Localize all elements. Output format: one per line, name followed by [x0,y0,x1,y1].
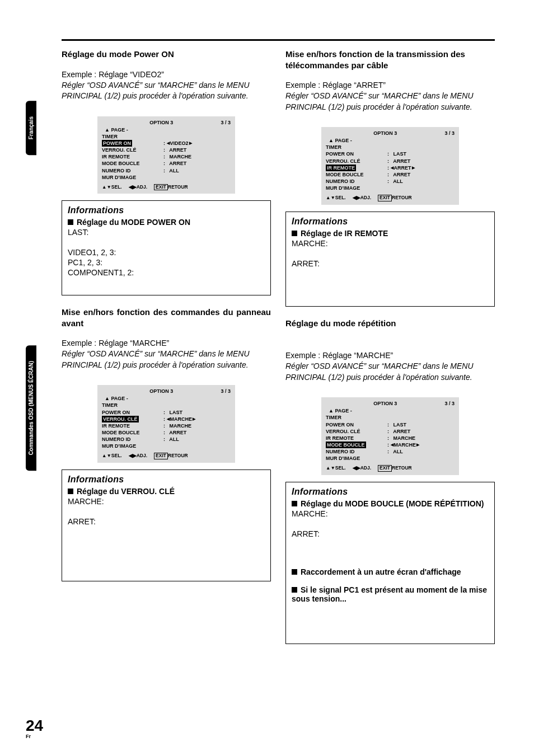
menu-foot-adj: ◀▶ADJ. [129,184,147,190]
menu-foot-adj: ◀▶ADJ. [129,453,147,459]
menu-row-label: IR REMOTE [102,153,163,160]
page-number-small: Fr [26,734,43,739]
info-subtitle: Réglage de IR REMOTE [292,229,489,238]
example-value: “MARCHE” [130,339,169,348]
columns: Réglage du mode Power ON Exemple : Régla… [62,46,495,655]
menu-page-label: PAGE - [111,127,128,133]
menu-title: OPTION 3 [326,401,444,406]
info-line: ARRET: [292,259,489,268]
menu-title: OPTION 3 [102,120,221,125]
info-line: LAST: [68,228,265,237]
menu-row-label: VERROU. CLÉ [102,147,163,153]
intro-text: Régler “OSD AVANCÉ” sur “MARCHE” dans le… [285,91,495,112]
page-number-big: 24 [26,718,43,734]
menu-row-value: MARCHE [391,442,420,448]
osd-menu: OPTION 33 / 3 ▲ PAGE - TIMER POWER ON: L… [97,385,235,462]
menu-row-label: POWER ON [326,151,387,157]
section-title: Mise en/hors fonction des commandes du p… [62,307,271,328]
info-line [68,238,265,247]
menu-row-label: VERROU. CLÉ [326,158,387,165]
menu-row-value: MARCHE [167,416,196,422]
menu-row-label: MUR D'IMAGE [102,443,163,449]
info-box: Informations Réglage de IR REMOTE MARCHE… [285,212,495,307]
right-column: Mise en/hors fonction de la transmission… [285,46,495,655]
menu-row-value: ARRET [391,165,415,171]
info-line: PC1, 2, 3: [68,258,265,267]
example-value: “VIDEO2” [130,70,164,79]
menu-row-value: ARRET [393,172,410,177]
info-subtitle: Réglage du MODE POWER ON [68,218,265,227]
info-box: Informations Réglage du VERROU. CLÉ MARC… [62,469,271,581]
menu-row-value: VIDEO2 [167,140,192,146]
info-line: VIDEO1, 2, 3: [68,248,265,257]
menu-row-value: LAST [394,151,407,157]
menu-row-label: NUMERO ID [102,167,163,174]
info-box: Informations Réglage du MODE POWER ON LA… [62,200,271,295]
info-line: ARRET: [68,517,265,526]
section-title: Réglage du mode Power ON [62,49,271,60]
info-subtitle: Si le signal PC1 est présent au moment d… [292,585,489,603]
menu-row-label: TIMER [102,133,163,140]
example-line: Exemple : Réglage “ARRET” [285,81,495,90]
menu-row-value: LAST [170,410,183,415]
menu-page-label: PAGE - [335,138,352,143]
menu-row-value: MARCHE [170,154,192,159]
menu-row-label: MUR D'IMAGE [102,174,163,181]
menu-row-label: MODE BOUCLE [326,442,366,448]
menu-foot-adj: ◀▶ADJ. [353,465,371,471]
example-line: Exemple : Réglage “VIDEO2” [62,70,271,79]
square-icon [292,231,297,236]
menu-row-label: TIMER [326,414,387,421]
square-icon [68,489,73,494]
example-line: Exemple : Réglage “MARCHE” [285,351,495,360]
menu-row-label: IR REMOTE [326,165,356,171]
menu-row-label: VERROU. CLÉ [102,416,139,422]
info-line: MARCHE: [292,239,489,248]
left-column: Réglage du mode Power ON Exemple : Régla… [62,46,271,655]
menu-row-value: MARCHE [170,423,192,429]
menu-row-label: NUMERO ID [102,436,163,443]
intro-text: Régler “OSD AVANCÉ” sur “MARCHE” dans le… [285,361,495,383]
menu-page-ind: 3 / 3 [221,388,231,394]
info-line: COMPONENT1, 2: [68,268,265,277]
menu-page-label: PAGE - [335,408,352,414]
side-tabs: Français Commandes OSD (MENUS ÉCRAN) [26,101,36,471]
menu-foot-adj: ◀▶ADJ. [353,195,371,201]
info-subtitle: Réglage du MODE BOUCLE (MODE RÉPÉTITION) [292,499,489,508]
menu-row-label: TIMER [326,144,387,151]
example-value: “MARCHE” [354,351,393,360]
example-prefix: Exemple : Réglage [285,351,354,360]
menu-row-value: ARRET [393,429,410,434]
menu-row-label: IR REMOTE [102,422,163,429]
square-icon [292,569,297,575]
side-tab-section: Commandes OSD (MENUS ÉCRAN) [26,345,36,471]
menu-title: OPTION 3 [326,130,444,136]
menu-foot-exit: EXITRETOUR [154,184,188,190]
menu-page-ind: 3 / 3 [221,120,231,125]
info-box: Informations Réglage du MODE BOUCLE (MOD… [285,482,495,644]
menu-row-value: LAST [394,422,407,428]
osd-menu: OPTION 33 / 3 ▲ PAGE - TIMER POWER ON: L… [321,127,459,204]
menu-row-label: MODE BOUCLE [102,160,163,167]
info-title: Informations [68,205,265,215]
menu-foot-exit: EXITRETOUR [378,465,412,471]
menu-row-value: MARCHE [394,435,416,441]
square-icon [292,501,297,506]
menu-row-label: IR REMOTE [326,435,387,442]
menu-row-value: ALL [393,179,403,184]
info-line [292,519,489,528]
example-prefix: Exemple : Réglage [62,70,130,79]
menu-row-value: ARRET [393,158,410,164]
intro-text: Régler “OSD AVANCÉ” sur “MARCHE” dans le… [62,80,271,102]
menu-page-ind: 3 / 3 [444,130,455,136]
menu-page-label: PAGE - [111,396,128,401]
square-icon [68,219,73,225]
info-line [292,249,489,258]
info-line: ARRET: [292,529,489,538]
menu-row-label: MUR D'IMAGE [326,185,387,191]
menu-foot-sel: ▲▼SEL. [326,195,346,201]
page: Français Commandes OSD (MENUS ÉCRAN) Rég… [0,0,534,756]
info-subtitle: Raccordement à un autre écran d'affichag… [292,567,489,576]
menu-row-label: POWER ON [326,421,387,428]
example-prefix: Exemple : Réglage [62,339,130,348]
